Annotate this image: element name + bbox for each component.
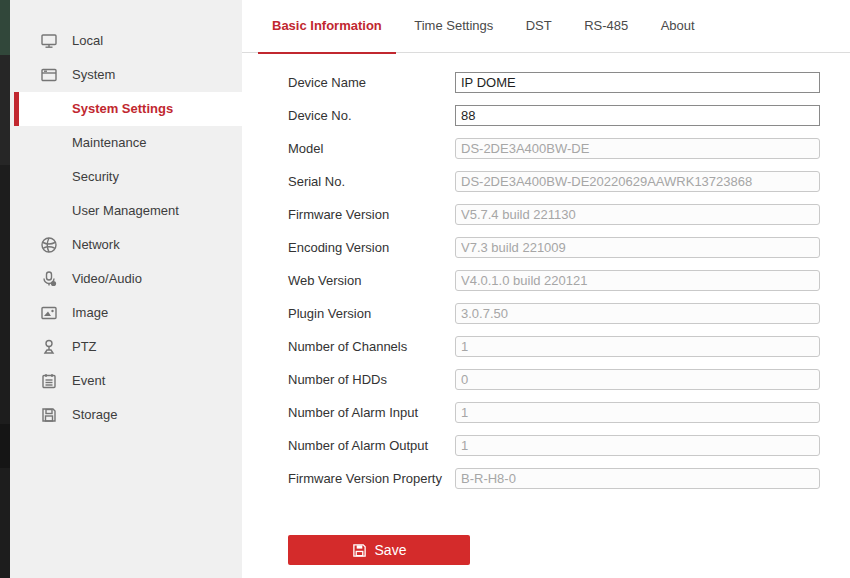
device-no-label: Device No. bbox=[288, 108, 455, 123]
form-row: Number of Channels bbox=[242, 330, 850, 363]
save-button[interactable]: Save bbox=[288, 535, 470, 565]
sidebar-item-label: Video/Audio bbox=[72, 271, 142, 286]
sidebar-item-network[interactable]: Network bbox=[14, 228, 242, 262]
sidebar-item-label: Maintenance bbox=[72, 135, 146, 150]
serial-no-value bbox=[455, 171, 820, 192]
device-no-input[interactable] bbox=[455, 105, 820, 126]
sidebar-item-label: System bbox=[72, 67, 115, 82]
device-name-label: Device Name bbox=[288, 75, 455, 90]
form-row: Model bbox=[242, 132, 850, 165]
model-label: Model bbox=[288, 141, 455, 156]
sidebar-item-label: Local bbox=[72, 33, 103, 48]
sidebar-item-label: Storage bbox=[72, 407, 118, 422]
sidebar-item-label: Event bbox=[72, 373, 105, 388]
encoding-version-value bbox=[455, 237, 820, 258]
sidebar-item-label: Network bbox=[72, 237, 120, 252]
number-of-alarm-input-value bbox=[455, 402, 820, 423]
sidebar-item-security[interactable]: Security bbox=[14, 160, 242, 194]
monitor-icon bbox=[40, 32, 58, 50]
device-config-page: Local System System Settings Maintenance… bbox=[0, 0, 850, 578]
tab-bar: Basic Information Time Settings DST RS-4… bbox=[242, 0, 850, 53]
image-icon bbox=[40, 304, 58, 322]
model-value bbox=[455, 138, 820, 159]
firmware-version-property-value bbox=[455, 468, 820, 489]
video-fragment bbox=[0, 0, 10, 55]
number-of-channels-label: Number of Channels bbox=[288, 339, 455, 354]
basic-information-form: Device Name Device No. Model Serial No. … bbox=[242, 66, 850, 565]
number-of-alarm-output-value bbox=[455, 435, 820, 456]
sidebar-item-label: Security bbox=[72, 169, 119, 184]
sidebar-item-system[interactable]: System bbox=[14, 58, 242, 92]
sidebar-item-storage[interactable]: Storage bbox=[14, 398, 242, 432]
web-version-label: Web Version bbox=[288, 273, 455, 288]
number-of-hdds-value bbox=[455, 369, 820, 390]
plugin-version-label: Plugin Version bbox=[288, 306, 455, 321]
device-name-input[interactable] bbox=[455, 72, 820, 93]
tab-basic-information[interactable]: Basic Information bbox=[258, 0, 396, 53]
save-icon bbox=[352, 543, 367, 558]
system-window-icon bbox=[40, 66, 58, 84]
save-button-label: Save bbox=[375, 542, 407, 558]
sidebar: Local System System Settings Maintenance… bbox=[10, 0, 242, 578]
form-row: Number of Alarm Output bbox=[242, 429, 850, 462]
sidebar-item-video-audio[interactable]: Video/Audio bbox=[14, 262, 242, 296]
main-content: Basic Information Time Settings DST RS-4… bbox=[242, 0, 850, 578]
sidebar-item-event[interactable]: Event bbox=[14, 364, 242, 398]
number-of-hdds-label: Number of HDDs bbox=[288, 372, 455, 387]
storage-floppy-icon bbox=[40, 406, 58, 424]
sidebar-item-label: Image bbox=[72, 305, 108, 320]
firmware-version-property-label: Firmware Version Property bbox=[288, 471, 455, 486]
tab-time-settings[interactable]: Time Settings bbox=[400, 0, 507, 53]
sidebar-item-local[interactable]: Local bbox=[14, 24, 242, 58]
encoding-version-label: Encoding Version bbox=[288, 240, 455, 255]
video-fragment bbox=[0, 424, 10, 468]
form-row: Device Name bbox=[242, 66, 850, 99]
form-row: Firmware Version bbox=[242, 198, 850, 231]
serial-no-label: Serial No. bbox=[288, 174, 455, 189]
form-row: Encoding Version bbox=[242, 231, 850, 264]
form-row: Number of HDDs bbox=[242, 363, 850, 396]
event-notepad-icon bbox=[40, 372, 58, 390]
sidebar-item-system-settings[interactable]: System Settings bbox=[14, 92, 242, 126]
sidebar-item-ptz[interactable]: PTZ bbox=[14, 330, 242, 364]
form-row: Device No. bbox=[242, 99, 850, 132]
sidebar-item-label: System Settings bbox=[72, 101, 173, 116]
form-row: Firmware Version Property bbox=[242, 462, 850, 495]
firmware-version-value bbox=[455, 204, 820, 225]
number-of-channels-value bbox=[455, 336, 820, 357]
form-row: Serial No. bbox=[242, 165, 850, 198]
form-row: Number of Alarm Input bbox=[242, 396, 850, 429]
video-fragment bbox=[0, 55, 10, 165]
sidebar-item-label: User Management bbox=[72, 203, 179, 218]
web-version-value bbox=[455, 270, 820, 291]
firmware-version-label: Firmware Version bbox=[288, 207, 455, 222]
background-video-strip bbox=[0, 0, 10, 578]
sidebar-item-user-management[interactable]: User Management bbox=[14, 194, 242, 228]
sidebar-item-maintenance[interactable]: Maintenance bbox=[14, 126, 242, 160]
tab-about[interactable]: About bbox=[647, 0, 709, 53]
sidebar-item-label: PTZ bbox=[72, 339, 97, 354]
number-of-alarm-output-label: Number of Alarm Output bbox=[288, 438, 455, 453]
form-row: Web Version bbox=[242, 264, 850, 297]
plugin-version-value bbox=[455, 303, 820, 324]
tab-dst[interactable]: DST bbox=[512, 0, 566, 53]
ptz-joystick-icon bbox=[40, 338, 58, 356]
form-row: Plugin Version bbox=[242, 297, 850, 330]
number-of-alarm-input-label: Number of Alarm Input bbox=[288, 405, 455, 420]
network-globe-icon bbox=[40, 236, 58, 254]
sidebar-item-image[interactable]: Image bbox=[14, 296, 242, 330]
tab-rs-485[interactable]: RS-485 bbox=[570, 0, 642, 53]
microphone-icon bbox=[40, 270, 58, 288]
